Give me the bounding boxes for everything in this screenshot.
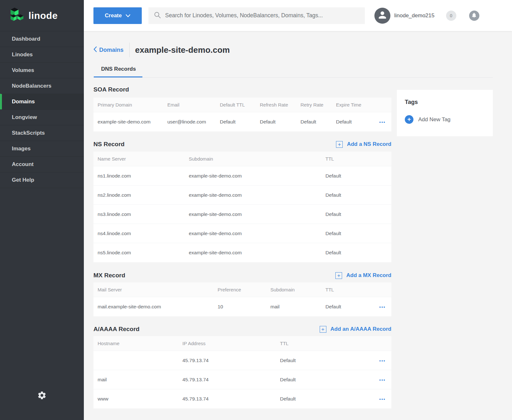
sidebar-item-nodebalancers[interactable]: NodeBalancers bbox=[0, 78, 84, 94]
mx-section-title: MX Record bbox=[93, 272, 125, 279]
ns-table: Name Server Subdomain TTL ns1.linode.com… bbox=[93, 152, 391, 262]
search-input[interactable] bbox=[165, 12, 362, 19]
breadcrumb-back-label: Domains bbox=[99, 47, 124, 53]
a-ip-address: 45.79.13.74 bbox=[178, 358, 276, 363]
ns-subdomain: example-site-demo.com bbox=[185, 231, 321, 236]
ns-subdomain: example-site-demo.com bbox=[185, 211, 321, 217]
ns-name-server: ns2.linode.com bbox=[93, 192, 185, 198]
column-header: Subdomain bbox=[185, 156, 321, 162]
table-row: ns3.linode.com example-site-demo.com Def… bbox=[93, 205, 391, 224]
column-header: Expire Time bbox=[332, 102, 370, 107]
soa-expire-time: Default bbox=[332, 119, 370, 125]
add-ns-record-button[interactable]: + Add a NS Record bbox=[336, 141, 391, 148]
soa-section-title: SOA Record bbox=[93, 86, 129, 93]
mx-mail-server: mail.example-site-demo.com bbox=[93, 304, 213, 310]
sidebar-item-linodes[interactable]: Linodes bbox=[0, 47, 84, 62]
search-icon bbox=[154, 11, 161, 20]
sidebar-item-domains[interactable]: Domains bbox=[0, 94, 84, 109]
ellipsis-menu-button[interactable]: ••• bbox=[379, 397, 386, 401]
sidebar-item-images[interactable]: Images bbox=[0, 141, 84, 156]
breadcrumb-divider bbox=[129, 43, 130, 57]
table-row: ns2.linode.com example-site-demo.com Def… bbox=[93, 186, 391, 205]
linode-cube-icon bbox=[11, 8, 24, 24]
table-row: mail.example-site-demo.com 10 mail Defau… bbox=[93, 297, 391, 316]
column-header: Subdomain bbox=[266, 287, 321, 292]
create-button[interactable]: Create bbox=[93, 7, 142, 24]
ns-name-server: ns1.linode.com bbox=[93, 173, 185, 179]
sidebar-item-account[interactable]: Account bbox=[0, 156, 84, 172]
ns-table-header: Name Server Subdomain TTL bbox=[93, 152, 391, 166]
soa-email: user@linode.com bbox=[163, 119, 216, 125]
plus-circle-icon: + bbox=[405, 115, 413, 124]
a-ttl: Default bbox=[276, 358, 340, 363]
a-ttl: Default bbox=[276, 396, 340, 402]
column-header: Preference bbox=[213, 287, 266, 292]
settings-gear-button[interactable] bbox=[35, 389, 49, 402]
column-header: TTL bbox=[321, 287, 366, 292]
soa-retry-rate: Default bbox=[296, 119, 332, 125]
user-avatar[interactable] bbox=[374, 8, 390, 24]
column-header: Hostname bbox=[93, 341, 178, 346]
tab-dns-records[interactable]: DNS Records bbox=[94, 66, 142, 77]
column-header: TTL bbox=[321, 156, 391, 162]
add-new-tag-button[interactable]: + Add New Tag bbox=[405, 115, 451, 124]
ns-ttl: Default bbox=[321, 231, 391, 236]
logo-wordmark: linode bbox=[28, 10, 58, 21]
mx-table-header: Mail Server Preference Subdomain TTL bbox=[93, 282, 391, 297]
column-header: IP Address bbox=[178, 341, 276, 346]
breadcrumb-back-link[interactable]: Domains bbox=[93, 46, 124, 53]
chevron-down-icon bbox=[126, 12, 130, 19]
linode-logo[interactable]: linode bbox=[0, 0, 84, 31]
sidebar-item-volumes[interactable]: Volumes bbox=[0, 62, 84, 78]
mx-preference: 10 bbox=[213, 304, 266, 310]
ellipsis-menu-button[interactable]: ••• bbox=[379, 305, 386, 309]
table-row: 45.79.13.74 Default ••• bbox=[93, 351, 391, 370]
gear-icon bbox=[37, 396, 47, 401]
ns-name-server: ns5.linode.com bbox=[93, 250, 185, 256]
add-mx-record-label: Add a MX Record bbox=[346, 272, 391, 279]
table-row: ns4.linode.com example-site-demo.com Def… bbox=[93, 224, 391, 243]
bell-icon bbox=[471, 12, 477, 19]
ns-ttl: Default bbox=[321, 211, 391, 217]
ns-section-header: NS Record + Add a NS Record bbox=[93, 141, 391, 148]
ellipsis-menu-button[interactable]: ••• bbox=[379, 120, 386, 124]
ns-ttl: Default bbox=[321, 192, 391, 198]
a-table: Hostname IP Address TTL 45.79.13.74 Defa… bbox=[93, 336, 391, 408]
column-header: Retry Rate bbox=[296, 102, 332, 107]
ns-ttl: Default bbox=[321, 173, 391, 179]
sidebar-item-longview[interactable]: Longview bbox=[0, 109, 84, 125]
a-section-title: A/AAAA Record bbox=[93, 326, 140, 333]
notification-count-badge[interactable]: 0 bbox=[446, 11, 456, 21]
mx-subdomain: mail bbox=[266, 304, 321, 310]
a-ip-address: 45.79.13.74 bbox=[178, 396, 276, 402]
add-mx-record-button[interactable]: + Add a MX Record bbox=[335, 272, 391, 279]
mx-table: Mail Server Preference Subdomain TTL mai… bbox=[93, 282, 391, 316]
add-a-record-button[interactable]: + Add an A/AAAA Record bbox=[320, 326, 391, 333]
ns-name-server: ns4.linode.com bbox=[93, 231, 185, 236]
table-row: example-site-demo.com user@linode.com De… bbox=[93, 112, 391, 131]
create-button-label: Create bbox=[105, 12, 122, 19]
plus-square-icon: + bbox=[336, 141, 343, 148]
ns-name-server: ns3.linode.com bbox=[93, 211, 185, 217]
plus-square-icon: + bbox=[335, 272, 342, 279]
global-search[interactable] bbox=[148, 7, 365, 24]
main-content: Domains example-site-demo.com DNS Record… bbox=[84, 31, 512, 420]
soa-section-header: SOA Record bbox=[93, 86, 391, 93]
person-icon bbox=[377, 10, 388, 22]
chevron-left-icon bbox=[93, 46, 97, 53]
a-table-header: Hostname IP Address TTL bbox=[93, 336, 391, 351]
tags-panel-title: Tags bbox=[405, 99, 485, 106]
plus-square-icon: + bbox=[320, 326, 326, 333]
notifications-bell-button[interactable] bbox=[469, 11, 479, 21]
sidebar-item-get-help[interactable]: Get Help bbox=[0, 172, 84, 188]
add-new-tag-label: Add New Tag bbox=[418, 116, 451, 123]
tags-panel: Tags + Add New Tag bbox=[397, 90, 493, 136]
sidebar-item-stackscripts[interactable]: StackScripts bbox=[0, 125, 84, 141]
username[interactable]: linode_demo215 bbox=[394, 12, 435, 19]
mx-section-header: MX Record + Add a MX Record bbox=[93, 272, 391, 279]
sidebar-item-dashboard[interactable]: Dashboard bbox=[0, 31, 84, 47]
ellipsis-menu-button[interactable]: ••• bbox=[379, 358, 386, 363]
ellipsis-menu-button[interactable]: ••• bbox=[379, 377, 386, 382]
soa-table: Primary Domain Email Default TTL Refresh… bbox=[93, 98, 391, 131]
add-a-record-label: Add an A/AAAA Record bbox=[331, 326, 391, 332]
